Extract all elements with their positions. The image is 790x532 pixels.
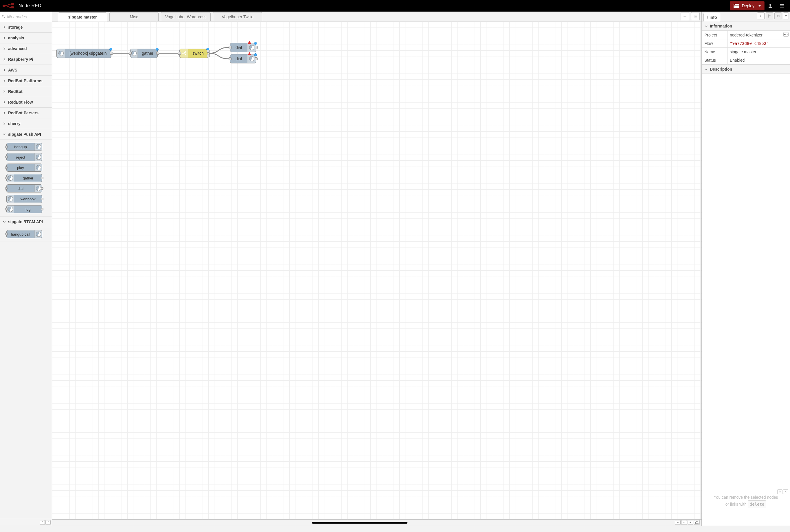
chevron-icon [3, 122, 6, 125]
flow-canvas[interactable]: [webhook] /sipgateIn gather switch [52, 21, 701, 519]
info-status-value: Enabled [728, 56, 790, 64]
flow-node-gather[interactable]: gather [130, 49, 158, 58]
info-table: Project nodered-tokenizer ••• Flow "9a77… [702, 31, 790, 64]
section-information-label: Information [710, 24, 732, 28]
flow-node-dial-2[interactable]: dial [230, 54, 256, 63]
chevron-icon [3, 58, 6, 61]
palette-category-redbot-parsers[interactable]: RedBot Parsers [0, 108, 52, 118]
swirl-icon [35, 143, 42, 151]
palette-collapse-up-button[interactable]: ˄ [40, 520, 45, 525]
sidebar-info-button[interactable]: i [757, 13, 765, 19]
svg-point-5 [734, 4, 735, 5]
deploy-button[interactable]: Deploy [730, 1, 765, 11]
sidebar-tab-info[interactable]: i info [704, 13, 720, 21]
output-port[interactable] [255, 57, 257, 60]
input-port[interactable] [5, 233, 7, 235]
sidebar-more-button[interactable] [783, 13, 789, 19]
section-description-toggle[interactable]: Description [702, 64, 790, 74]
input-port[interactable] [229, 46, 231, 49]
sidebar-git-button[interactable] [766, 13, 773, 19]
flow-canvas-viewport[interactable]: [webhook] /sipgateIn gather switch [52, 21, 701, 519]
zoom-reset-button[interactable]: ○ [681, 520, 687, 525]
sidebar-debug-button[interactable] [774, 13, 782, 19]
zoom-in-button[interactable]: + [688, 520, 693, 525]
svg-rect-2 [11, 6, 14, 8]
palette-category-storage[interactable]: storage [0, 22, 52, 33]
flow-node-label: gather [138, 51, 157, 56]
flow-node-label: dial [230, 45, 247, 50]
add-flow-button[interactable] [681, 12, 689, 20]
flow-tab-sipgate-master[interactable]: sipgate master [58, 13, 107, 21]
palette-category-redbot-platforms[interactable]: RedBot Platforms [0, 76, 52, 86]
palette-node-play[interactable]: play [6, 164, 42, 172]
output-port[interactable] [41, 187, 43, 190]
output-port[interactable] [110, 52, 113, 55]
palette-node-gather[interactable]: gather [6, 174, 42, 182]
palette-category-raspberry-pi[interactable]: Raspberry Pi [0, 54, 52, 65]
flow-tab-vogelhuber-wordpress[interactable]: Vogelhuber Wordpress [161, 12, 211, 21]
info-project-value: nodered-tokenizer ••• [728, 31, 790, 39]
input-port[interactable] [178, 52, 181, 55]
input-port[interactable] [5, 187, 7, 190]
palette-node-label: reject [7, 155, 35, 159]
chevron-icon [3, 111, 6, 114]
tips-refresh-button[interactable]: ↻ [777, 490, 783, 494]
input-port[interactable] [5, 167, 7, 169]
flow-wires [52, 21, 312, 108]
palette-category-cherry[interactable]: cherry [0, 118, 52, 129]
node-status-dot [254, 42, 257, 45]
output-port[interactable] [41, 177, 43, 179]
output-port[interactable] [41, 208, 43, 210]
palette-category-advanced[interactable]: advanced [0, 43, 52, 54]
canvas-h-scrollbar[interactable] [312, 522, 407, 524]
flow-node-dial-1[interactable]: dial [230, 43, 256, 52]
palette-category-sipgate-push-api[interactable]: sipgate Push API [0, 129, 52, 140]
palette-category-redbot[interactable]: RedBot [0, 86, 52, 97]
input-port[interactable] [5, 156, 7, 158]
palette-node-webhook[interactable]: webhook [6, 195, 42, 203]
input-port[interactable] [5, 208, 7, 210]
app-title: Node-RED [19, 3, 41, 8]
output-port-1[interactable] [207, 50, 210, 53]
output-port[interactable] [156, 52, 159, 55]
palette-node-dial[interactable]: dial [6, 184, 42, 192]
palette-node-hangup-call[interactable]: hangup call [6, 230, 42, 238]
project-actions-button[interactable]: ••• [783, 32, 789, 37]
palette-category-redbot-flow[interactable]: RedBot Flow [0, 97, 52, 108]
svg-point-17 [694, 16, 694, 17]
zoom-out-button[interactable]: − [675, 520, 681, 525]
output-port-2[interactable] [207, 54, 210, 57]
flow-tab-misc[interactable]: Misc [109, 12, 159, 21]
palette-category-analysis[interactable]: analysis [0, 33, 52, 43]
palette-filter-input[interactable] [7, 15, 50, 19]
palette-category-aws[interactable]: AWS [0, 65, 52, 76]
palette-category-label: storage [8, 25, 23, 30]
palette-node-label: hangup [7, 145, 35, 149]
palette-node-hangup[interactable]: hangup [6, 143, 42, 151]
output-port[interactable] [255, 46, 257, 49]
palette-node-reject[interactable]: reject [6, 153, 42, 161]
palette-category-sipgate-rtcm-api[interactable]: sipgate RTCM API [0, 216, 52, 227]
flow-node-switch[interactable]: switch [179, 49, 208, 58]
section-information-toggle[interactable]: Information [702, 21, 790, 31]
menu-button[interactable] [776, 0, 788, 12]
user-button[interactable] [765, 0, 776, 12]
output-port[interactable] [41, 198, 43, 200]
svg-point-7 [769, 4, 771, 6]
input-port[interactable] [5, 146, 7, 148]
list-flows-button[interactable] [691, 12, 700, 20]
flow-tab-vogelhuber-twilio[interactable]: Vogelhuber Twilio [213, 12, 262, 21]
palette-collapse-down-button[interactable]: ˅ [45, 520, 51, 525]
search-icon [2, 15, 5, 19]
info-name-key: Name [702, 48, 728, 56]
input-port[interactable] [129, 52, 132, 55]
swirl-icon [35, 164, 42, 171]
tips-close-button[interactable]: ✕ [783, 490, 788, 494]
palette-category-label: Raspberry Pi [8, 57, 33, 62]
navigator-button[interactable] [694, 520, 700, 525]
input-port[interactable] [229, 57, 231, 60]
input-port[interactable] [5, 177, 7, 179]
palette-node-log[interactable]: log [6, 205, 42, 213]
flow-node-webhook[interactable]: [webhook] /sipgateIn [56, 49, 111, 58]
palette-node-label: webhook [14, 197, 42, 201]
